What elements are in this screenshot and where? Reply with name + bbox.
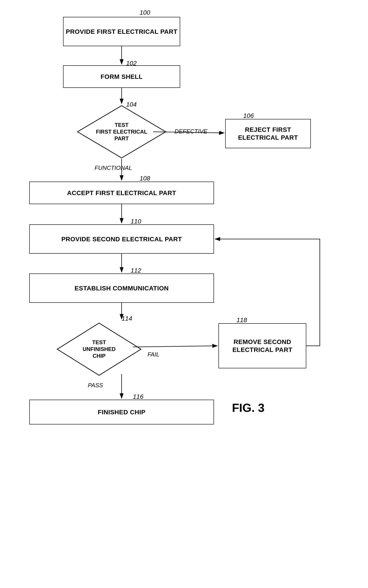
ref-100: 100 bbox=[140, 9, 150, 16]
fig-label: FIG. 3 bbox=[232, 401, 264, 415]
ref-112: 112 bbox=[131, 267, 141, 274]
box-102: FORM SHELL bbox=[63, 65, 180, 88]
box-106: REJECT FIRST ELECTRICAL PART bbox=[225, 119, 311, 148]
diamond-114-text: TESTUNFINISHEDCHIP bbox=[56, 322, 142, 376]
label-fail: FAIL bbox=[147, 351, 159, 358]
diamond-104-text: TESTFIRST ELECTRICALPART bbox=[77, 105, 167, 159]
box-100: PROVIDE FIRST ELECTRICAL PART bbox=[63, 17, 180, 46]
ref-108: 108 bbox=[140, 175, 150, 182]
ref-118: 118 bbox=[237, 317, 247, 324]
ref-106: 106 bbox=[243, 112, 254, 119]
box-108: ACCEPT FIRST ELECTRICAL PART bbox=[29, 182, 214, 204]
diamond-104: TESTFIRST ELECTRICALPART bbox=[63, 105, 180, 159]
diamond-114: TESTUNFINISHEDCHIP bbox=[47, 320, 151, 378]
diagram-container: 100 PROVIDE FIRST ELECTRICAL PART 102 FO… bbox=[0, 0, 368, 588]
label-defective: DEFECTIVE bbox=[175, 128, 207, 135]
box-110: PROVIDE SECOND ELECTRICAL PART bbox=[29, 224, 214, 254]
label-functional: FUNCTIONAL bbox=[95, 164, 132, 171]
box-118: REMOVE SECOND ELECTRICAL PART bbox=[219, 323, 306, 368]
ref-116: 116 bbox=[133, 393, 143, 400]
label-pass: PASS bbox=[88, 382, 103, 389]
ref-110: 110 bbox=[131, 218, 141, 225]
box-116: FINISHED CHIP bbox=[29, 400, 214, 424]
box-112: ESTABLISH COMMUNICATION bbox=[29, 273, 214, 303]
